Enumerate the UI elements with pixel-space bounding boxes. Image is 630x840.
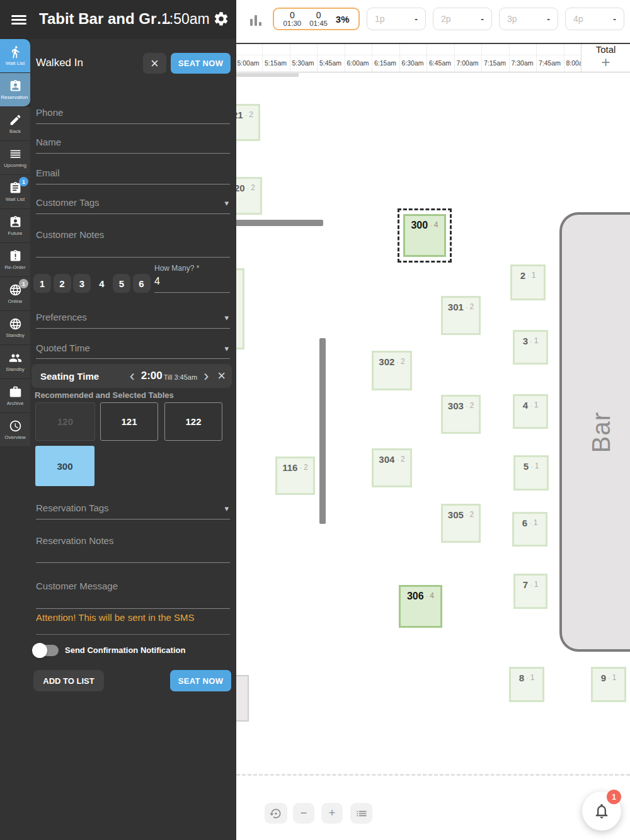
floor-table-20[interactable]: 20·2: [236, 177, 262, 215]
seat-now-button-bottom[interactable]: SEAT NOW: [170, 670, 231, 691]
list-view-button[interactable]: [350, 803, 372, 824]
notification-badge: 1: [607, 790, 621, 804]
chevron-left-icon[interactable]: ‹: [127, 370, 137, 382]
how-many-label: How Many? *: [154, 264, 199, 273]
zoom-out-button[interactable]: −: [293, 803, 314, 824]
sidebar-item-future[interactable]: Future: [0, 209, 30, 242]
seating-time-row: Seating Time ‹ 2:00 Till 3:45am › ×: [32, 364, 232, 388]
customer-notes-field[interactable]: Customer Notes: [36, 229, 230, 241]
table-seats: 2: [401, 357, 405, 366]
clear-seating-time-icon[interactable]: ×: [217, 368, 226, 384]
stats-box[interactable]: 0 01:30 0 01:45 3%: [273, 8, 360, 30]
floor-table-5[interactable]: 5·1: [513, 455, 549, 491]
reservation-tags-dropdown[interactable]: Reservation Tags ▾: [36, 502, 230, 514]
floor-table-7[interactable]: 7·1: [513, 574, 547, 609]
table-option-121[interactable]: 121: [100, 402, 158, 441]
quoted-time-dropdown[interactable]: Quoted Time ▾: [36, 343, 230, 354]
sidebar-item-overview[interactable]: Overview: [0, 413, 30, 446]
dot-separator: ·: [466, 402, 468, 410]
how-many-value[interactable]: 4: [154, 276, 160, 287]
floor-table-305[interactable]: 305·2: [441, 504, 481, 543]
floor-table-9[interactable]: 9·1: [591, 667, 626, 702]
sidebar-item-archive[interactable]: Archive: [0, 379, 30, 412]
seating-time-label: Seating Time: [40, 371, 99, 382]
fixture-block: [236, 675, 249, 722]
preferences-dropdown[interactable]: Preferences ▾: [36, 312, 230, 323]
chart-icon[interactable]: [250, 14, 263, 26]
sidebar-item-upcoming[interactable]: Upcoming: [0, 141, 30, 174]
table-option-120[interactable]: 120: [35, 402, 95, 441]
clock-time: 1:50am: [161, 11, 210, 28]
add-reservation-icon[interactable]: +: [581, 55, 630, 70]
walk-in-form: Walked In × SEAT NOW Phone Name Email Cu…: [30, 39, 236, 840]
zoom-in-button[interactable]: +: [321, 803, 343, 824]
settings-gear-icon[interactable]: [213, 11, 229, 27]
floor-table-3[interactable]: 3·1: [513, 330, 548, 365]
slot-1p[interactable]: 1p-: [367, 8, 426, 30]
party-size-4[interactable]: 4: [93, 274, 111, 293]
customer-message-field[interactable]: Customer Message: [36, 581, 230, 592]
party-size-2[interactable]: 2: [54, 274, 71, 293]
floor-table-304[interactable]: 304·2: [372, 448, 412, 487]
floor-table-4[interactable]: 4·1: [513, 394, 548, 429]
phone-field[interactable]: Phone: [36, 107, 230, 118]
bar-counter: Bar: [559, 212, 630, 652]
sidebar-item-standby[interactable]: Standby: [0, 311, 30, 344]
slot-label: 4p: [573, 14, 583, 24]
floor-section-divider: [236, 774, 630, 776]
floor-table-306[interactable]: 306·4: [399, 585, 442, 628]
list-lines-icon: [9, 147, 22, 161]
party-size-3[interactable]: 3: [73, 274, 91, 293]
sidebar-item-wait-list[interactable]: 1Wait List: [0, 175, 30, 208]
table-option-122[interactable]: 122: [164, 402, 222, 441]
slot-value: -: [547, 14, 550, 24]
add-to-list-button[interactable]: ADD TO LIST: [33, 670, 104, 691]
close-button[interactable]: ×: [143, 53, 166, 74]
email-field[interactable]: Email: [36, 167, 230, 179]
table-option-300[interactable]: 300: [35, 446, 94, 486]
sidebar-badge: 1: [19, 177, 28, 186]
table-partial[interactable]: [236, 268, 244, 349]
slot-2p[interactable]: 2p-: [433, 8, 492, 30]
table-number: 8: [519, 673, 524, 683]
party-size-6[interactable]: 6: [133, 274, 151, 293]
sidebar-item-reservation[interactable]: Reservation: [0, 73, 30, 106]
table-seats: 1: [535, 462, 539, 470]
floor-table-302[interactable]: 302·2: [372, 351, 412, 390]
customer-tags-dropdown[interactable]: Customer Tags ▾: [36, 197, 230, 208]
chevron-right-icon[interactable]: ›: [201, 370, 211, 382]
sidebar-rail: Wait ListReservationBackUpcoming1Wait Li…: [0, 39, 30, 447]
slot-4p[interactable]: 4p-: [565, 8, 624, 30]
sidebar-item-online[interactable]: 1Online: [0, 277, 30, 310]
menu-icon[interactable]: [11, 15, 26, 25]
party-size-1[interactable]: 1: [33, 274, 51, 293]
floor-table-21[interactable]: 21·2: [236, 104, 260, 141]
sidebar-item-re-order[interactable]: Re-Order: [0, 243, 30, 276]
party-size-5[interactable]: 5: [113, 274, 130, 293]
floor-table-301[interactable]: 301·2: [441, 296, 481, 335]
floor-table-6[interactable]: 6·1: [512, 512, 547, 547]
table-seats: 4: [434, 220, 438, 229]
sidebar-item-back[interactable]: Back: [0, 107, 30, 140]
app-title: Tabit Bar and Gr…: [39, 10, 171, 28]
sidebar-item-wait-list[interactable]: Wait List: [0, 39, 30, 72]
clipboard-alert-icon: [9, 249, 22, 263]
table-number: 305: [448, 509, 464, 520]
floor-table-116[interactable]: 116·2: [275, 457, 315, 495]
floor-table-303[interactable]: 303·2: [441, 395, 481, 434]
name-field[interactable]: Name: [36, 137, 230, 148]
reset-view-button[interactable]: [265, 803, 287, 824]
table-seats: 2: [470, 510, 474, 519]
walk-icon: [9, 45, 22, 59]
sidebar-item-standby[interactable]: Standby: [0, 345, 30, 378]
timeline-scrollbar[interactable]: [236, 73, 299, 77]
floor-table-300[interactable]: 300·4: [403, 214, 446, 257]
floor-table-2[interactable]: 2·1: [510, 264, 546, 300]
reservation-notes-field[interactable]: Reservation Notes: [36, 535, 230, 547]
seat-now-button-top[interactable]: SEAT NOW: [171, 53, 231, 74]
floor-table-8[interactable]: 8·1: [509, 667, 544, 702]
slot-3p[interactable]: 3p-: [499, 8, 558, 30]
dot-separator: ·: [530, 581, 532, 589]
send-confirmation-toggle[interactable]: [33, 645, 59, 656]
sidebar-item-label: Online: [1, 298, 30, 304]
